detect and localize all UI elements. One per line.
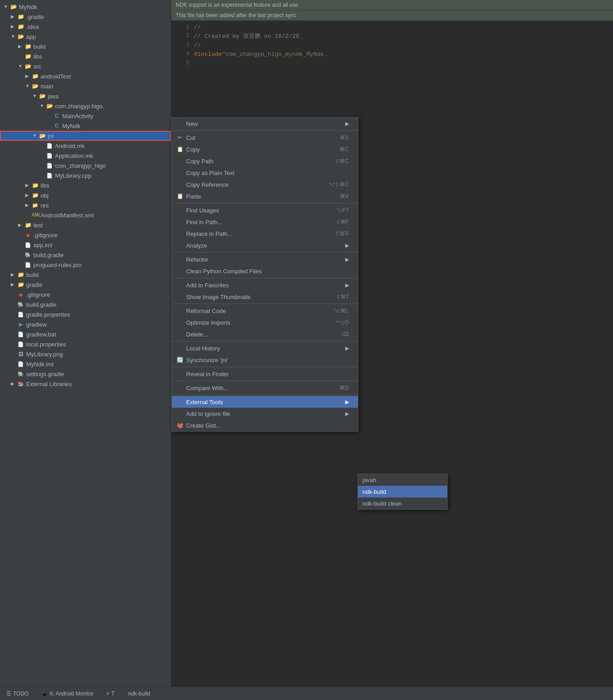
sidebar-item-gradle-root[interactable]: gradle	[0, 280, 171, 290]
sidebar-item-idea[interactable]: .idea	[0, 22, 171, 32]
sidebar-item-test[interactable]: test	[0, 220, 171, 230]
sidebar-item-gradlew[interactable]: ▶ gradlew	[0, 319, 171, 329]
menu-item-label: Copy	[186, 146, 200, 153]
sidebar-item-jni[interactable]: jni	[0, 131, 171, 141]
sidebar-item-androidmanifest[interactable]: XML AndroidManifest.xml	[0, 210, 171, 220]
menu-item-label: Show Image Thumbnails	[186, 294, 251, 300]
sidebar-item-mylibrary-cpp[interactable]: 📄 MyLibrary.cpp	[0, 170, 171, 180]
tab-todo[interactable]: ☰ TODO	[4, 690, 31, 698]
menu-item-reformat[interactable]: Reformat Code ⌥⌘L	[172, 305, 358, 317]
gradle-icon: 🐘	[17, 301, 24, 308]
sidebar-item-main[interactable]: main	[0, 81, 171, 91]
submenu-item-ndk-build[interactable]: ndk-build	[358, 486, 447, 497]
menu-item-find-usages[interactable]: Find Usages ⌥F7	[172, 204, 358, 216]
folder-icon	[39, 92, 46, 100]
sidebar-item-gitignore-app[interactable]: ◆ .gitignore	[0, 230, 171, 240]
sidebar-item-label: obj	[41, 192, 169, 199]
menu-item-add-ignore[interactable]: Add to ignore file ▶	[172, 408, 358, 419]
menu-item-external-tools[interactable]: External Tools ▶	[172, 396, 358, 408]
submenu-arrow-icon: ▶	[345, 411, 349, 417]
favorites-icon	[176, 281, 183, 289]
menu-item-create-gist[interactable]: 🐙 Create Gist...	[172, 419, 358, 431]
menu-item-copy-reference[interactable]: Copy Reference ⌥⇧⌘C	[172, 179, 358, 190]
menu-item-copy-path[interactable]: Copy Path ⇧⌘C	[172, 155, 358, 167]
sidebar-item-libs[interactable]: libs	[0, 51, 171, 61]
sidebar-item-external-libraries[interactable]: 📚 External Libraries	[0, 379, 171, 389]
folder-icon	[24, 43, 32, 50]
menu-item-add-favorites[interactable]: Add to Favorites ▶	[172, 279, 358, 291]
sidebar-item-android-mk[interactable]: 📄 Android.mk	[0, 141, 171, 151]
ndk-warning-text: NDK support is an experimental feature a…	[176, 2, 298, 8]
gist-icon: 🐙	[176, 422, 183, 429]
sidebar-item-src[interactable]: src	[0, 61, 171, 71]
sidebar-item-libs2[interactable]: libs	[0, 180, 171, 190]
menu-item-delete[interactable]: Delete... ⌫	[172, 328, 358, 340]
sidebar-item-gradle[interactable]: .gradle	[0, 12, 171, 22]
sidebar-item-mylibrary-png[interactable]: 🖼 MyLibrary.png	[0, 349, 171, 359]
sidebar-item-myndk-iml[interactable]: 📄 MyNdk.iml	[0, 359, 171, 369]
sidebar-item-myndk-root[interactable]: MyNdk	[0, 2, 171, 12]
sidebar-item-myndk-file[interactable]: C MyNdk	[0, 121, 171, 131]
menu-item-compare-with[interactable]: Compare With... ⌘D	[172, 382, 358, 394]
menu-item-show-thumbnails[interactable]: Show Image Thumbnails ⇧⌘T	[172, 291, 358, 303]
android-monitor-label: 6: Android Monitor	[50, 691, 93, 697]
find-icon	[176, 207, 183, 214]
menu-item-clean-python[interactable]: Clean Python Compiled Files	[172, 265, 358, 277]
sidebar-item-label: gradle	[26, 281, 169, 288]
sidebar-item-obj[interactable]: obj	[0, 190, 171, 200]
menu-item-replace-in-path[interactable]: Replace in Path... ⇧⌘R	[172, 228, 358, 239]
menu-item-refactor[interactable]: Refactor ▶	[172, 253, 358, 265]
arrow-icon	[11, 14, 16, 19]
sidebar: MyNdk .gradle .idea app build libs	[0, 0, 171, 700]
sidebar-item-label: gradlew.bat	[26, 331, 169, 338]
sidebar-item-label: build	[26, 272, 169, 278]
sidebar-item-label: MyNdk.iml	[26, 361, 169, 368]
sidebar-item-label: .gitignore	[33, 232, 169, 239]
menu-item-analyze[interactable]: Analyze ▶	[172, 239, 358, 251]
menu-item-reveal-finder[interactable]: Reveal in Finder	[172, 368, 358, 380]
shortcut-label: ⌘D	[339, 385, 349, 391]
sidebar-item-label: gradle.properties	[26, 311, 169, 318]
menu-item-label: Local History	[186, 345, 220, 352]
menu-item-copy-plain[interactable]: Copy as Plain Text	[172, 167, 358, 179]
menu-separator	[172, 395, 358, 395]
sidebar-item-app-iml[interactable]: 📄 app.iml	[0, 240, 171, 250]
sidebar-item-com-package[interactable]: com.zhangyp.higo.	[0, 101, 171, 111]
submenu-item-label: ndk-build clean	[362, 500, 402, 507]
sidebar-item-settings-gradle[interactable]: 🐘 settings.gradle	[0, 369, 171, 379]
sidebar-item-build[interactable]: build	[0, 41, 171, 51]
sidebar-item-application-mk[interactable]: 📄 Application.mk	[0, 151, 171, 161]
ignore-icon	[176, 410, 183, 417]
sidebar-item-proguard[interactable]: 📄 proguard-rules.pro	[0, 260, 171, 270]
tab-android-monitor[interactable]: 📱 6: Android Monitor	[38, 690, 96, 698]
sidebar-item-build-root[interactable]: build	[0, 270, 171, 280]
sidebar-item-gradle-properties[interactable]: 📄 gradle.properties	[0, 309, 171, 319]
ndk-build-label: ndk-build	[124, 687, 154, 700]
sidebar-item-build-gradle-root[interactable]: 🐘 build.gradle	[0, 299, 171, 309]
sidebar-item-label: build.gradle	[26, 301, 169, 308]
sidebar-item-res[interactable]: 📁 res	[0, 200, 171, 210]
menu-item-synchronize[interactable]: 🔄 Synchronize 'jni'	[172, 354, 358, 366]
sidebar-item-com-cpp[interactable]: 📄 com_zhangyp_higo	[0, 161, 171, 170]
arrow-icon	[25, 193, 31, 198]
sidebar-item-androidtest[interactable]: androidTest	[0, 71, 171, 81]
sidebar-item-build-gradle-app[interactable]: 🐘 build.gradle	[0, 250, 171, 260]
submenu-item-javah[interactable]: javah	[358, 474, 447, 486]
sidebar-item-local-properties[interactable]: 📄 local.properties	[0, 339, 171, 349]
sidebar-item-gitignore-root[interactable]: ◆ .gitignore	[0, 290, 171, 299]
sidebar-item-java[interactable]: java	[0, 91, 171, 101]
submenu-item-ndk-build-clean[interactable]: ndk-build clean	[358, 497, 447, 509]
sidebar-item-mainactivity[interactable]: C MainActivity	[0, 111, 171, 121]
bottom-bar: ☰ TODO 📱 6: Android Monitor > T ndk-buil…	[0, 686, 613, 700]
menu-item-local-history[interactable]: Local History ▶	[172, 342, 358, 354]
sidebar-item-app[interactable]: app	[0, 32, 171, 41]
menu-item-find-in-path[interactable]: Find in Path... ⇧⌘F	[172, 216, 358, 228]
menu-item-paste[interactable]: 📋 Paste ⌘V	[172, 190, 358, 202]
menu-item-copy[interactable]: 📋 Copy ⌘C	[172, 143, 358, 155]
menu-item-optimize-imports[interactable]: Optimize Imports ^⌥O	[172, 317, 358, 328]
tab-terminal[interactable]: > T	[104, 690, 117, 698]
menu-item-new[interactable]: New ▶	[172, 118, 358, 129]
menu-item-cut[interactable]: ✂ Cut ⌘X	[172, 132, 358, 143]
sidebar-item-label: Android.mk	[55, 143, 169, 149]
sidebar-item-gradlew-bat[interactable]: 📄 gradlew.bat	[0, 329, 171, 339]
